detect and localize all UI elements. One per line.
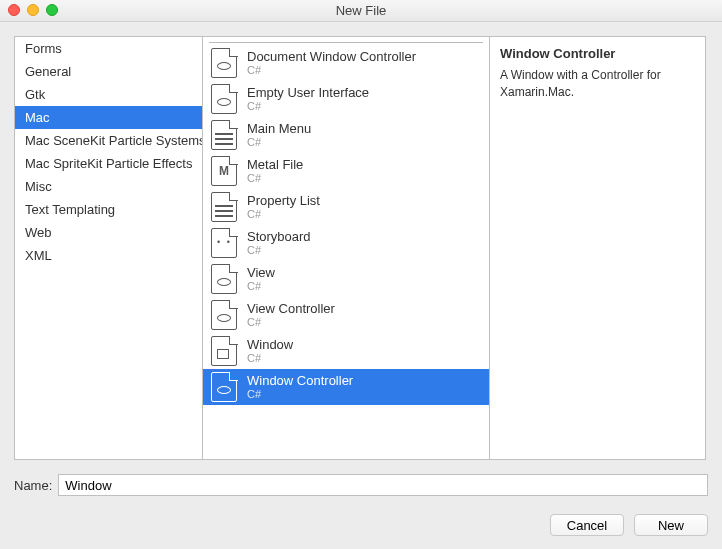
new-button[interactable]: New [634,514,708,536]
template-item[interactable]: Document Window ControllerC# [203,45,489,81]
category-item[interactable]: XML [15,244,202,267]
close-icon[interactable] [8,4,20,16]
scroll-indicator [209,37,483,43]
name-label: Name: [14,478,52,493]
category-item[interactable]: Mac [15,106,202,129]
template-item[interactable]: ViewC# [203,261,489,297]
template-item[interactable]: Window ControllerC# [203,369,489,405]
template-item[interactable]: Empty User InterfaceC# [203,81,489,117]
template-label: Empty User Interface [247,85,369,101]
template-label: Property List [247,193,320,209]
template-sublabel: C# [247,280,275,293]
template-list[interactable]: Document Window ControllerC#Empty User I… [202,36,490,460]
window-controls [8,4,58,16]
file-icon [211,192,237,222]
category-item[interactable]: Gtk [15,83,202,106]
template-label: Metal File [247,157,303,173]
template-label: Storyboard [247,229,311,245]
template-sublabel: C# [247,316,335,329]
file-icon [211,228,237,258]
file-icon [211,336,237,366]
template-label: View Controller [247,301,335,317]
file-icon [211,120,237,150]
zoom-icon[interactable] [46,4,58,16]
file-icon [211,372,237,402]
description-body: A Window with a Controller for Xamarin.M… [500,67,695,101]
file-icon [211,300,237,330]
cancel-button[interactable]: Cancel [550,514,624,536]
template-sublabel: C# [247,244,311,257]
category-item[interactable]: Mac SpriteKit Particle Effects [15,152,202,175]
template-label: Window Controller [247,373,353,389]
template-item[interactable]: Main MenuC# [203,117,489,153]
titlebar: New File [0,0,722,22]
name-input[interactable] [58,474,708,496]
category-item[interactable]: Forms [15,37,202,60]
template-label: Document Window Controller [247,49,416,65]
minimize-icon[interactable] [27,4,39,16]
template-item[interactable]: Property ListC# [203,189,489,225]
template-item[interactable]: StoryboardC# [203,225,489,261]
template-item[interactable]: View ControllerC# [203,297,489,333]
category-item[interactable]: Web [15,221,202,244]
description-title: Window Controller [500,45,695,63]
template-sublabel: C# [247,208,320,221]
template-sublabel: C# [247,352,293,365]
category-list[interactable]: FormsGeneralGtkMacMac SceneKit Particle … [14,36,202,460]
file-icon: M [211,156,237,186]
template-sublabel: C# [247,64,416,77]
category-item[interactable]: Misc [15,175,202,198]
window-title: New File [336,3,387,18]
category-item[interactable]: Mac SceneKit Particle Systems [15,129,202,152]
file-icon [211,84,237,114]
template-item[interactable]: WindowC# [203,333,489,369]
description-panel: Window Controller A Window with a Contro… [490,36,706,460]
file-icon [211,48,237,78]
template-sublabel: C# [247,172,303,185]
template-sublabel: C# [247,136,311,149]
template-sublabel: C# [247,388,353,401]
template-item[interactable]: MMetal FileC# [203,153,489,189]
template-label: Main Menu [247,121,311,137]
category-item[interactable]: General [15,60,202,83]
template-sublabel: C# [247,100,369,113]
template-label: Window [247,337,293,353]
template-label: View [247,265,275,281]
file-icon [211,264,237,294]
category-item[interactable]: Text Templating [15,198,202,221]
